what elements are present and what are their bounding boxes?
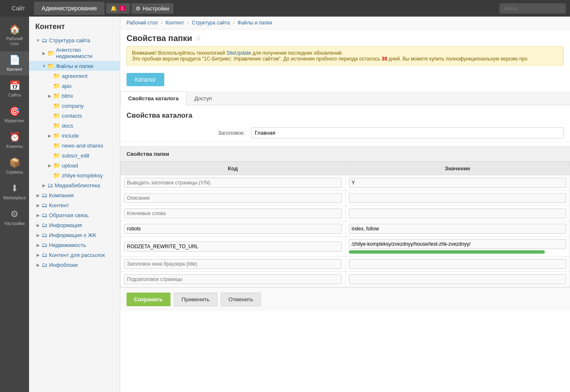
sidebar-item-desktop[interactable]: 🏠 Рабочий стол: [0, 21, 29, 50]
folder-icon-docs: 📁: [53, 122, 60, 129]
arrow-icon-infoblocks: ▶: [35, 263, 41, 267]
folder-icon-company: 📁: [53, 102, 60, 109]
alert-link-siteupdate[interactable]: SiteUpdate: [227, 50, 251, 56]
alert-text2: для получения последних обновлений.: [251, 50, 343, 56]
arrow-icon-media: ▶: [41, 183, 47, 188]
tab-catalog-props[interactable]: Свойства каталога: [120, 91, 186, 105]
tab-access[interactable]: Доступ: [186, 91, 219, 105]
tab-admin[interactable]: Администрирование: [34, 2, 105, 15]
tree-item-content-main[interactable]: ▶ 🗂 Контент: [29, 200, 120, 210]
code-input-4[interactable]: [124, 242, 342, 252]
tree-item-files-folders[interactable]: ▼ 📁 Файлы и папки: [29, 61, 120, 71]
tree-label-agency: Агентство недвижимости: [56, 47, 117, 59]
content-area: Рабочий стол › Контент › Структура сайта…: [120, 17, 570, 392]
sidebar-label-desktop: Рабочий стол: [2, 36, 27, 46]
tree-item-feedback[interactable]: ▶ 🗂 Обратная связь: [29, 210, 120, 220]
tree-item-info-zhk[interactable]: ▶ 🗂 Информация о ЖК: [29, 230, 120, 240]
search-input[interactable]: [499, 3, 566, 14]
sidebar-label-marketplace: Marketplace: [3, 196, 26, 201]
breadcrumb-content[interactable]: Контент: [166, 20, 184, 26]
tree-item-contacts[interactable]: 📁 contacts: [29, 111, 120, 121]
alert-text4: дней. Вы можете купить полнофункциональн…: [387, 56, 527, 62]
breadcrumb-site-structure[interactable]: Структура сайта: [192, 20, 230, 26]
tree-item-subscr[interactable]: 📁 subscr_edit: [29, 150, 120, 160]
tree-item-media[interactable]: ▶ 🗂 Медиабиблиотека: [29, 180, 120, 190]
folder-icon-company-main: 🗂: [41, 192, 47, 198]
alert-text1: Внимание! Воспользуйтесь технологией: [132, 50, 227, 56]
form-input-title[interactable]: [251, 127, 564, 138]
catalog-button[interactable]: Каталог: [127, 73, 164, 86]
tree-item-info[interactable]: ▶ 🗂 Информация: [29, 220, 120, 230]
arrow-icon-info: ▶: [35, 223, 41, 227]
value-input-0[interactable]: [349, 178, 567, 188]
save-button[interactable]: Сохранить: [127, 293, 171, 306]
tree-item-zhilye[interactable]: 📁 zhilye-kompleksy: [29, 170, 120, 180]
value-input-2[interactable]: [349, 208, 567, 218]
tree-item-news[interactable]: 📁 news-and-shares: [29, 140, 120, 150]
arrow-icon-include: ▶: [46, 133, 53, 138]
folder-icon-site-structure: 🗂: [41, 37, 47, 44]
arrow-icon-mailing: ▶: [35, 253, 41, 257]
folder-icon-content-main: 🗂: [41, 202, 47, 208]
code-input-0[interactable]: [124, 178, 342, 188]
left-sidebar: 🏠 Рабочий стол 📄 Контент 📅 Сайты 🎯 Марке…: [0, 17, 29, 392]
folder-icon-infoblocks: 🗂: [41, 261, 47, 268]
main-layout: 🏠 Рабочий стол 📄 Контент 📅 Сайты 🎯 Марке…: [0, 17, 570, 392]
apply-button[interactable]: Применить: [174, 293, 217, 306]
sidebar-item-sites[interactable]: 📅 Сайты: [0, 77, 29, 101]
tree-item-mailing[interactable]: ▶ 🗂 Контент для рассылок: [29, 250, 120, 260]
code-input-5[interactable]: [124, 259, 342, 269]
value-input-3[interactable]: [349, 224, 567, 234]
home-icon: 🏠: [9, 24, 20, 35]
breadcrumb-files-folders[interactable]: Файлы и папки: [238, 20, 272, 26]
tree-item-infoblocks[interactable]: ▶ 🗂 Инфоблоки: [29, 260, 120, 270]
arrow-icon-upload: ▶: [46, 163, 53, 168]
sidebar-item-services[interactable]: 📦 Сервисы: [0, 154, 29, 178]
breadcrumb-desktop[interactable]: Рабочий стол: [127, 20, 158, 26]
folder-icon-subscr: 📁: [53, 152, 60, 159]
tree-label-include: include: [62, 133, 79, 139]
sidebar-item-clients[interactable]: ⏰ Клиенты: [0, 128, 29, 152]
code-input-3[interactable]: [124, 224, 342, 234]
tree-label-site-structure: Структура сайта: [49, 37, 90, 44]
notifications-button[interactable]: 🔔 1: [106, 3, 130, 14]
value-input-5[interactable]: [349, 259, 567, 269]
code-input-2[interactable]: [124, 208, 342, 218]
breadcrumb-sep1: ›: [161, 20, 163, 26]
tab-site[interactable]: Сайт: [4, 2, 32, 15]
folder-icon-media: 🗂: [47, 182, 53, 189]
tree-item-docs[interactable]: 📁 docs: [29, 121, 120, 131]
col-value: Значение: [345, 162, 570, 175]
folder-icon-files: 📁: [47, 63, 54, 69]
code-input-6[interactable]: [124, 274, 342, 284]
sidebar-item-settings[interactable]: ⚙ Настройки: [0, 206, 29, 230]
alert-box: Внимание! Воспользуйтесь технологией Sit…: [127, 46, 564, 65]
sidebar-item-marketing[interactable]: 🎯 Маркетинг: [0, 103, 29, 127]
table-row: [121, 206, 570, 221]
sidebar-item-marketplace[interactable]: ⬇ Marketplace: [0, 180, 29, 204]
tree-item-upload[interactable]: ▶ 📁 upload: [29, 160, 120, 170]
tree-label-company-main: Компания: [49, 192, 74, 198]
value-input-1[interactable]: [349, 193, 567, 203]
tree-item-company-main[interactable]: ▶ 🗂 Компания: [29, 190, 120, 200]
value-input-6[interactable]: [349, 274, 567, 284]
tree-item-ajax[interactable]: 📁 ajax: [29, 81, 120, 91]
star-icon[interactable]: ☆: [195, 34, 201, 42]
tree-label-contacts: contacts: [62, 113, 82, 119]
col-code: Код: [121, 162, 346, 175]
tree-label-infoblocks: Инфоблоки: [49, 262, 78, 268]
alert-text3: Это пробная версия продукта "1С-Битрикс:…: [132, 56, 382, 62]
tree-item-agreement[interactable]: 📁 agreement: [29, 71, 120, 81]
tree-item-company[interactable]: 📁 company: [29, 101, 120, 111]
settings-button[interactable]: ⚙ Настройки: [132, 3, 173, 14]
code-input-1[interactable]: [124, 193, 342, 203]
cancel-button[interactable]: Отменить: [221, 293, 261, 306]
tree-item-bitrix[interactable]: ▶ 📁 bitrix: [29, 91, 120, 101]
tree-item-include[interactable]: ▶ 📁 include: [29, 131, 120, 140]
tree-item-agency[interactable]: ▶ 📁 Агентство недвижимости: [29, 45, 120, 61]
tree-item-site-structure[interactable]: ▼ 🗂 Структура сайта: [29, 35, 120, 45]
tree-label-news: news-and-shares: [62, 143, 103, 149]
tree-item-realty[interactable]: ▶ 🗂 Недвижимость: [29, 240, 120, 250]
sidebar-item-content[interactable]: 📄 Контент: [0, 51, 29, 75]
value-input-4[interactable]: [349, 239, 567, 249]
